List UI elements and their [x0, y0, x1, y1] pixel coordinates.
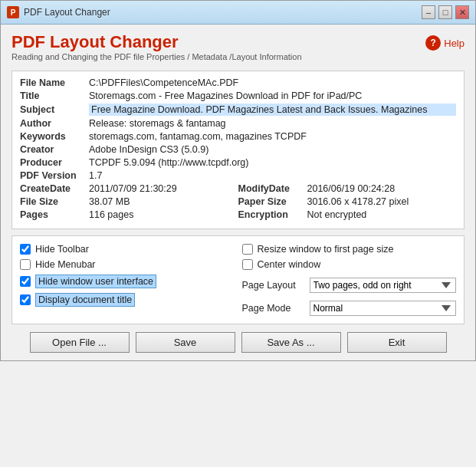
author-label: Author [20, 118, 89, 129]
help-label: Help [444, 38, 465, 49]
save-as-label: Save As ... [267, 337, 314, 348]
app-header: PDF Layout Changer Reading and Changing … [11, 32, 465, 67]
paper-size-col: Paper Size 3016.06 x 4178.27 pixel [238, 196, 457, 207]
options-panel: Hide Toolbar Hide Menubar Hide window us… [11, 235, 465, 324]
file-name-label: File Name [20, 77, 89, 88]
title-bar-controls: – □ ✕ [422, 5, 469, 19]
maximize-button[interactable]: □ [438, 5, 452, 19]
hide-menubar-checkbox[interactable] [20, 259, 31, 270]
hide-toolbar-checkbox[interactable] [20, 244, 31, 255]
dates-row: CreateDate 2011/07/09 21:30:29 ModifyDat… [20, 183, 456, 194]
center-window-checkbox[interactable] [242, 259, 253, 270]
size-row: File Size 38.07 MB Paper Size 3016.06 x … [20, 196, 456, 207]
modify-date-col: ModifyDate 2016/06/19 00:24:28 [238, 183, 457, 194]
subject-value: Free Magazine Download. PDF Magazines La… [89, 104, 456, 116]
paper-size-value: 3016.06 x 4178.27 pixel [307, 196, 457, 207]
modify-date-value: 2016/06/19 00:24:28 [307, 183, 457, 194]
save-label: Save [174, 337, 197, 348]
file-name-value: C:\PDFFiles\CompetenceMAc.PDF [89, 77, 456, 88]
file-size-label: File Size [20, 196, 89, 207]
options-grid: Hide Toolbar Hide Menubar Hide window us… [20, 244, 456, 316]
title-label: Title [20, 90, 89, 101]
exit-label: Exit [389, 337, 405, 348]
page-layout-select[interactable]: Two pages, odd on right Single page One … [310, 278, 457, 293]
left-options: Hide Toolbar Hide Menubar Hide window us… [20, 244, 235, 316]
encryption-label: Encryption [238, 209, 307, 220]
app-title: PDF Layout Changer [11, 32, 302, 52]
open-file-button[interactable]: Open File ... [30, 332, 130, 353]
file-size-value: 38.07 MB [89, 196, 238, 207]
resize-window-checkbox[interactable] [242, 244, 253, 255]
title-bar-text: PDF Layout Changer [24, 7, 110, 18]
hide-toolbar-option: Hide Toolbar [20, 244, 235, 255]
producer-value: TCPDF 5.9.094 (http://www.tcpdf.org) [89, 157, 456, 168]
file-name-row: File Name C:\PDFFiles\CompetenceMAc.PDF [20, 77, 456, 88]
page-layout-label: Page Layout [242, 280, 304, 291]
creator-row: Creator Adobe InDesign CS3 (5.0.9) [20, 144, 456, 155]
keywords-value: storemags.com, fantamag.com, magazines T… [89, 131, 456, 142]
page-mode-row: Page Mode Normal Bookmarks Thumbnails Fu… [242, 301, 457, 316]
close-button[interactable]: ✕ [455, 5, 469, 19]
title-value: Storemags.com - Free Magazines Download … [89, 90, 456, 101]
modify-date-label: ModifyDate [238, 183, 307, 194]
hide-window-ui-checkbox[interactable] [20, 276, 31, 287]
exit-button[interactable]: Exit [347, 332, 447, 353]
hide-window-ui-option: Hide window user interface [20, 275, 235, 288]
help-button[interactable]: ? Help [425, 35, 465, 51]
author-row: Author Release: storemags & fantamag [20, 118, 456, 129]
app-icon: P [7, 6, 19, 18]
hide-menubar-label: Hide Menubar [35, 259, 96, 270]
help-icon: ? [425, 35, 441, 51]
producer-label: Producer [20, 157, 89, 168]
pdf-version-row: PDF Version 1.7 [20, 170, 456, 181]
right-options: Resize window to first page size Center … [242, 244, 457, 316]
pdf-version-label: PDF Version [20, 170, 89, 181]
pdf-version-value: 1.7 [89, 170, 456, 181]
bottom-buttons: Open File ... Save Save As ... Exit [11, 332, 465, 353]
open-file-label: Open File ... [52, 337, 107, 348]
pages-col: Pages 116 pages [20, 209, 238, 220]
pages-value: 116 pages [89, 209, 238, 220]
page-mode-label: Page Mode [242, 303, 304, 314]
resize-window-label: Resize window to first page size [258, 244, 394, 255]
center-window-label: Center window [258, 259, 321, 270]
save-button[interactable]: Save [136, 332, 235, 353]
author-value: Release: storemags & fantamag [89, 118, 456, 129]
paper-size-label: Paper Size [238, 196, 307, 207]
save-as-button[interactable]: Save As ... [241, 332, 341, 353]
title-row: Title Storemags.com - Free Magazines Dow… [20, 90, 456, 101]
pages-row: Pages 116 pages Encryption Not encrypted [20, 209, 456, 220]
main-content: PDF Layout Changer Reading and Changing … [1, 25, 475, 360]
subtitle: Reading and Changing the PDF file Proper… [11, 52, 302, 61]
subject-row: Subject Free Magazine Download. PDF Maga… [20, 104, 456, 116]
title-bar-left: P PDF Layout Changer [7, 6, 110, 18]
keywords-label: Keywords [20, 131, 89, 142]
encryption-value: Not encrypted [307, 209, 457, 220]
creator-label: Creator [20, 144, 89, 155]
hide-menubar-option: Hide Menubar [20, 259, 235, 270]
file-size-col: File Size 38.07 MB [20, 196, 238, 207]
encryption-col: Encryption Not encrypted [238, 209, 457, 220]
keywords-row: Keywords storemags.com, fantamag.com, ma… [20, 131, 456, 142]
page-mode-select[interactable]: Normal Bookmarks Thumbnails Full Screen [310, 301, 457, 316]
display-doc-title-option: Display document title [20, 293, 235, 307]
main-window: P PDF Layout Changer – □ ✕ PDF Layout Ch… [0, 0, 476, 361]
display-doc-title-checkbox[interactable] [20, 294, 31, 305]
page-layout-row: Page Layout Two pages, odd on right Sing… [242, 278, 457, 293]
resize-window-option: Resize window to first page size [242, 244, 457, 255]
hide-toolbar-label: Hide Toolbar [35, 244, 89, 255]
create-date-value: 2011/07/09 21:30:29 [89, 183, 238, 194]
display-doc-title-label: Display document title [35, 293, 135, 307]
center-window-option: Center window [242, 259, 457, 270]
producer-row: Producer TCPDF 5.9.094 (http://www.tcpdf… [20, 157, 456, 168]
file-info-panel: File Name C:\PDFFiles\CompetenceMAc.PDF … [11, 71, 465, 229]
minimize-button[interactable]: – [422, 5, 435, 19]
subject-label: Subject [20, 104, 89, 115]
title-bar: P PDF Layout Changer – □ ✕ [1, 1, 475, 25]
create-date-label: CreateDate [20, 183, 89, 194]
creator-value: Adobe InDesign CS3 (5.0.9) [89, 144, 456, 155]
hide-window-ui-label: Hide window user interface [35, 275, 156, 288]
pages-label: Pages [20, 209, 89, 220]
create-date-col: CreateDate 2011/07/09 21:30:29 [20, 183, 238, 194]
